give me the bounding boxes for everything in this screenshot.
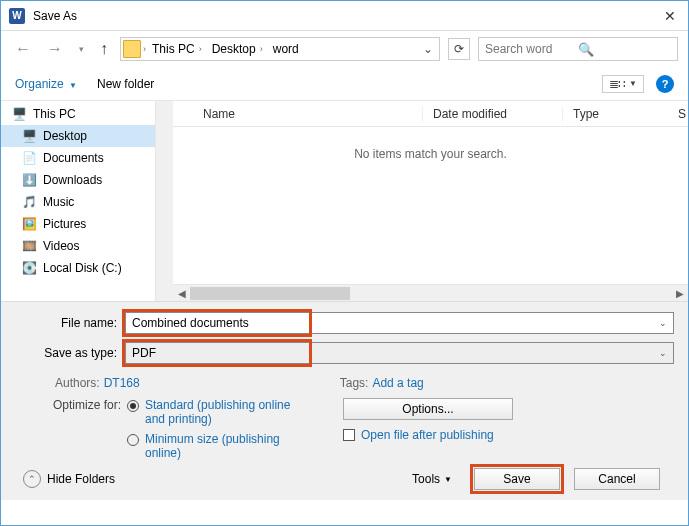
music-icon: 🎵 xyxy=(21,194,37,210)
new-folder-button[interactable]: New folder xyxy=(97,77,154,91)
crumb-word[interactable]: word xyxy=(269,40,303,58)
recent-dropdown[interactable]: ▾ xyxy=(75,42,88,56)
crumb-desktop[interactable]: Desktop › xyxy=(208,40,267,58)
tree-documents[interactable]: 📄Documents xyxy=(1,147,155,169)
col-size[interactable]: S xyxy=(668,107,688,121)
checkbox-icon xyxy=(343,429,355,441)
authors-label: Authors: xyxy=(55,376,100,390)
hide-folders-button[interactable]: ⌃ Hide Folders xyxy=(23,470,115,488)
tree-videos[interactable]: 🎞️Videos xyxy=(1,235,155,257)
tools-button[interactable]: Tools ▼ xyxy=(412,472,452,486)
tree-pictures[interactable]: 🖼️Pictures xyxy=(1,213,155,235)
file-name-label: File name: xyxy=(15,316,125,330)
downloads-icon: ⬇️ xyxy=(21,172,37,188)
up-button[interactable]: ↑ xyxy=(96,38,112,60)
h-scrollbar[interactable]: ◀ ▶ xyxy=(173,284,688,301)
crumb-thispc[interactable]: This PC › xyxy=(148,40,206,58)
open-after-checkbox[interactable]: Open file after publishing xyxy=(343,428,494,442)
file-list-panel: Name Date modified Type S No items match… xyxy=(173,101,688,301)
optimize-minimum-radio[interactable]: Minimum size (publishing online) xyxy=(127,432,295,460)
tags-value[interactable]: Add a tag xyxy=(372,376,423,390)
scroll-left-icon[interactable]: ◀ xyxy=(173,288,190,299)
tree-music[interactable]: 🎵Music xyxy=(1,191,155,213)
metadata-row: Authors:DT168 Tags:Add a tag xyxy=(15,372,674,398)
folder-icon xyxy=(123,40,141,58)
organize-button[interactable]: Organize ▼ xyxy=(15,77,77,91)
tags-label: Tags: xyxy=(340,376,369,390)
videos-icon: 🎞️ xyxy=(21,238,37,254)
save-panel: File name: Combined documents ⌄ Save as … xyxy=(1,301,688,500)
chevron-up-icon: ⌃ xyxy=(23,470,41,488)
search-icon[interactable]: 🔍 xyxy=(578,42,671,57)
tree-desktop[interactable]: 🖥️Desktop xyxy=(1,125,155,147)
pc-icon: 🖥️ xyxy=(11,106,27,122)
file-name-input[interactable]: Combined documents ⌄ xyxy=(125,312,674,334)
path-dropdown-icon[interactable]: ⌄ xyxy=(419,42,437,56)
search-placeholder: Search word xyxy=(485,42,578,56)
pictures-icon: 🖼️ xyxy=(21,216,37,232)
folder-tree[interactable]: 🖥️This PC 🖥️Desktop 📄Documents ⬇️Downloa… xyxy=(1,101,156,301)
help-icon[interactable]: ? xyxy=(656,75,674,93)
tree-localdisk[interactable]: 💽Local Disk (C:) xyxy=(1,257,155,279)
disk-icon: 💽 xyxy=(21,260,37,276)
footer: ⌃ Hide Folders Tools ▼ Save Cancel xyxy=(15,460,674,490)
forward-button: → xyxy=(43,38,67,60)
search-input[interactable]: Search word 🔍 xyxy=(478,37,678,61)
authors-value[interactable]: DT168 xyxy=(104,376,140,390)
window-title: Save As xyxy=(33,9,660,23)
chevron-right-icon[interactable]: › xyxy=(143,44,146,54)
options-button[interactable]: Options... xyxy=(343,398,513,420)
tree-thispc[interactable]: 🖥️This PC xyxy=(1,103,155,125)
view-button[interactable]: ≣∷ ▼ xyxy=(602,75,644,93)
titlebar: W Save As ✕ xyxy=(1,1,688,31)
body: 🖥️This PC 🖥️Desktop 📄Documents ⬇️Downloa… xyxy=(1,101,688,301)
column-headers[interactable]: Name Date modified Type S xyxy=(173,101,688,127)
save-type-label: Save as type: xyxy=(15,346,125,360)
col-type[interactable]: Type xyxy=(563,107,668,121)
word-app-icon: W xyxy=(9,8,25,24)
tree-downloads[interactable]: ⬇️Downloads xyxy=(1,169,155,191)
refresh-button[interactable]: ⟳ xyxy=(448,38,470,60)
address-bar[interactable]: › This PC › Desktop › word ⌄ xyxy=(120,37,440,61)
tree-scrollbar[interactable] xyxy=(156,101,173,301)
col-date[interactable]: Date modified xyxy=(423,107,563,121)
empty-message: No items match your search. xyxy=(173,127,688,284)
optimize-row: Optimize for: Standard (publishing onlin… xyxy=(15,398,674,460)
chevron-down-icon[interactable]: ⌄ xyxy=(659,348,667,358)
scroll-thumb[interactable] xyxy=(190,287,350,300)
optimize-standard-radio[interactable]: Standard (publishing online and printing… xyxy=(127,398,295,426)
close-icon[interactable]: ✕ xyxy=(660,8,680,24)
toolbar: Organize ▼ New folder ≣∷ ▼ ? xyxy=(1,67,688,101)
radio-off-icon xyxy=(127,434,139,446)
radio-on-icon xyxy=(127,400,139,412)
back-button[interactable]: ← xyxy=(11,38,35,60)
col-name[interactable]: Name xyxy=(173,107,423,121)
nav-row: ← → ▾ ↑ › This PC › Desktop › word ⌄ ⟳ S… xyxy=(1,31,688,67)
save-type-input[interactable]: PDF ⌄ xyxy=(125,342,674,364)
chevron-down-icon[interactable]: ⌄ xyxy=(659,318,667,328)
desktop-icon: 🖥️ xyxy=(21,128,37,144)
scroll-right-icon[interactable]: ▶ xyxy=(671,288,688,299)
save-button[interactable]: Save xyxy=(474,468,560,490)
cancel-button[interactable]: Cancel xyxy=(574,468,660,490)
documents-icon: 📄 xyxy=(21,150,37,166)
optimize-label: Optimize for: xyxy=(53,398,121,458)
